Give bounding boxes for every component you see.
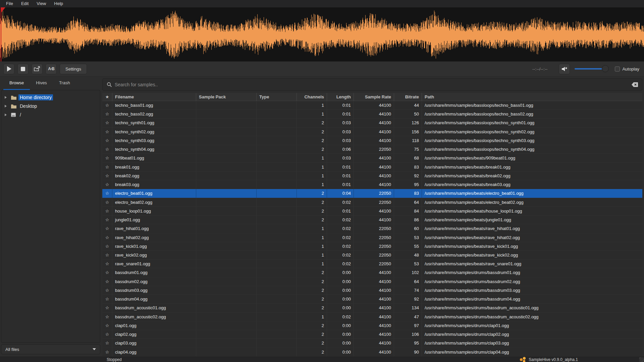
cell-path[interactable]: /usr/share/lmms/samples/drums/bassdrum01… (422, 268, 642, 277)
cell-bitrate[interactable]: 74 (394, 286, 422, 295)
cell-sample-pack[interactable] (196, 189, 257, 197)
table-row[interactable]: ☆clap03.ogg20:004410095/usr/share/lmms/s… (102, 339, 642, 348)
cell-sample-rate[interactable]: 44100 (354, 136, 394, 145)
column-header-path[interactable]: Path (422, 93, 642, 101)
cell-channels[interactable]: 1 (297, 251, 327, 259)
cell-path[interactable]: /usr/share/lmms/samples/drums/bassdrum04… (422, 295, 642, 303)
favorite-star-icon[interactable]: ☆ (102, 295, 112, 303)
favorite-star-icon[interactable]: ☆ (102, 189, 112, 197)
cell-length[interactable]: 0:02 (327, 216, 354, 224)
cell-length[interactable]: 0:02 (327, 198, 354, 207)
menu-file[interactable]: File (2, 0, 17, 7)
cell-filename[interactable]: bassdrum01.ogg (112, 268, 196, 277)
cell-type[interactable] (257, 189, 297, 197)
cell-filename[interactable]: bassdrum_acoustic02.ogg (112, 313, 196, 321)
favorite-star-icon[interactable]: ☆ (102, 128, 112, 136)
favorite-star-icon[interactable]: ☆ (102, 313, 112, 321)
cell-sample-pack[interactable] (196, 101, 257, 109)
cell-filename[interactable]: electro_beat01.ogg (112, 189, 196, 197)
cell-bitrate[interactable]: 84 (394, 207, 422, 215)
column-header-bitrate[interactable]: Bitrate (394, 93, 422, 101)
cell-length[interactable]: 0:03 (327, 136, 354, 145)
table-row[interactable]: ☆bassdrum04.ogg20:004410092/usr/share/lm… (102, 295, 642, 304)
cell-channels[interactable]: 2 (297, 198, 327, 207)
cell-bitrate[interactable]: 126 (394, 119, 422, 127)
cell-length[interactable]: 0:03 (327, 128, 354, 136)
cell-type[interactable] (257, 216, 297, 224)
cell-path[interactable]: /usr/share/lmms/samples/beats/rave_kick0… (422, 251, 642, 259)
cell-sample-pack[interactable] (196, 242, 257, 251)
cell-bitrate[interactable]: 90 (394, 348, 422, 356)
tree-item-label[interactable]: Desktop (18, 103, 38, 109)
cell-sample-pack[interactable] (196, 313, 257, 321)
favorite-star-icon[interactable]: ☆ (102, 348, 112, 356)
cell-sample-pack[interactable] (196, 330, 257, 338)
cell-length[interactable]: 0:06 (327, 145, 354, 153)
cell-filename[interactable]: break02.ogg (112, 172, 196, 180)
cell-bitrate[interactable]: 64 (394, 277, 422, 286)
cell-sample-pack[interactable] (196, 304, 257, 312)
cell-bitrate[interactable]: 83 (394, 189, 422, 197)
cell-sample-rate[interactable]: 44100 (354, 180, 394, 189)
favorite-star-icon[interactable]: ☆ (102, 198, 112, 207)
expand-caret-icon[interactable] (5, 105, 7, 107)
cell-filename[interactable]: techno_synth02.ogg (112, 128, 196, 136)
cell-sample-rate[interactable]: 44100 (354, 295, 394, 303)
column-header-channels[interactable]: Channels (297, 93, 327, 101)
cell-sample-rate[interactable]: 44100 (354, 172, 394, 180)
cell-sample-pack[interactable] (196, 119, 257, 127)
table-row[interactable]: ☆bassdrum_acoustic02.ogg10:024410047/usr… (102, 313, 642, 321)
favorite-star-icon[interactable]: ☆ (102, 339, 112, 347)
favorite-star-icon[interactable]: ☆ (102, 224, 112, 233)
cell-filename[interactable]: jungle01.ogg (112, 216, 196, 224)
cell-length[interactable]: 0:03 (327, 154, 354, 162)
cell-bitrate[interactable]: 64 (394, 198, 422, 207)
cell-channels[interactable]: 2 (297, 348, 327, 356)
cell-path[interactable]: /usr/share/lmms/samples/beats/rave_snare… (422, 260, 642, 268)
cell-filename[interactable]: rave_hihat01.ogg (112, 224, 196, 233)
cell-sample-rate[interactable]: 44100 (354, 119, 394, 127)
favorite-star-icon[interactable]: ☆ (102, 180, 112, 189)
cell-length[interactable]: 0:00 (327, 286, 354, 295)
cell-sample-rate[interactable]: 44100 (354, 163, 394, 171)
cell-filename[interactable]: bassdrum04.ogg (112, 295, 196, 303)
cell-channels[interactable]: 2 (297, 321, 327, 330)
cell-channels[interactable]: 2 (297, 286, 327, 295)
cell-sample-pack[interactable] (196, 110, 257, 118)
cell-channels[interactable]: 2 (297, 330, 327, 338)
cell-type[interactable] (257, 339, 297, 347)
cell-type[interactable] (257, 110, 297, 118)
clear-search-icon[interactable] (632, 82, 638, 87)
table-row[interactable]: ☆break02.ogg10:014410092/usr/share/lmms/… (102, 172, 642, 180)
cell-path[interactable]: /usr/share/lmms/samples/drums/bassdrum03… (422, 286, 642, 295)
tab-browse[interactable]: Browse (3, 77, 30, 90)
cell-channels[interactable]: 1 (297, 313, 327, 321)
cell-sample-pack[interactable] (196, 180, 257, 189)
cell-sample-pack[interactable] (196, 295, 257, 303)
cell-length[interactable]: 0:02 (327, 233, 354, 242)
cell-type[interactable] (257, 119, 297, 127)
cell-path[interactable]: /usr/share/lmms/samples/beats/rave_kick0… (422, 242, 642, 251)
favorite-star-icon[interactable]: ☆ (102, 251, 112, 259)
cell-sample-rate[interactable]: 22050 (354, 145, 394, 153)
expand-caret-icon[interactable] (5, 96, 7, 99)
favorite-star-icon[interactable]: ☆ (102, 286, 112, 295)
cell-sample-rate[interactable]: 44100 (354, 348, 394, 356)
cell-length[interactable]: 0:04 (327, 189, 354, 197)
cell-sample-rate[interactable]: 44100 (354, 321, 394, 330)
cell-path[interactable]: /usr/share/lmms/samples/bassloops/techno… (422, 101, 642, 109)
cell-sample-rate[interactable]: 44100 (354, 339, 394, 347)
cell-sample-rate[interactable]: 22050 (354, 198, 394, 207)
cell-filename[interactable]: clap04.ogg (112, 348, 196, 356)
cell-type[interactable] (257, 145, 297, 153)
cell-bitrate[interactable]: 68 (394, 154, 422, 162)
cell-sample-pack[interactable] (196, 128, 257, 136)
table-row[interactable]: ☆techno_synth02.ogg20:0344100156/usr/sha… (102, 128, 642, 136)
cell-filename[interactable]: rave_hihat02.ogg (112, 233, 196, 242)
cell-length[interactable]: 0:00 (327, 339, 354, 347)
cell-sample-pack[interactable] (196, 321, 257, 330)
cell-filename[interactable]: bassdrum_acoustic01.ogg (112, 304, 196, 312)
cell-sample-rate[interactable]: 44100 (354, 216, 394, 224)
cell-length[interactable]: 0:00 (327, 321, 354, 330)
cell-type[interactable] (257, 180, 297, 189)
